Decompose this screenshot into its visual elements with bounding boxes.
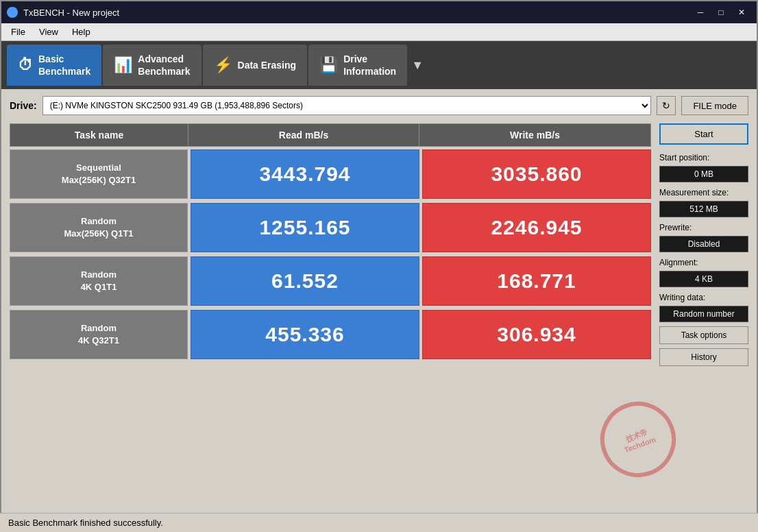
- status-text: Basic Benchmark finished successfully.: [8, 518, 163, 528]
- header-task-name: Task name: [10, 124, 188, 146]
- header-read: Read mB/s: [188, 124, 419, 146]
- title-bar-controls: ─ □ ✕: [691, 5, 751, 19]
- benchmark-table: Task name Read mB/s Write mB/s Sequentia…: [10, 123, 651, 366]
- window-title: TxBENCH - New project: [23, 8, 119, 18]
- title-bar-left: TxBENCH - New project: [7, 7, 119, 18]
- chart-icon: 📊: [114, 56, 132, 74]
- timer-icon: ⏱: [18, 56, 33, 74]
- row-3-read: 61.552: [191, 256, 419, 306]
- row-4-label: Random4K Q32T1: [10, 310, 188, 359]
- tab-drive-info[interactable]: 💾 DriveInformation: [308, 45, 407, 86]
- start-button[interactable]: Start: [659, 123, 748, 145]
- tab-drive-label: DriveInformation: [343, 53, 396, 77]
- title-bar: TxBENCH - New project ─ □ ✕: [1, 1, 757, 23]
- table-header: Task name Read mB/s Write mB/s: [10, 123, 651, 147]
- table-row: SequentialMax(256K) Q32T1 3443.794 3035.…: [10, 149, 651, 199]
- drive-label: Drive:: [10, 100, 37, 111]
- close-button[interactable]: ✕: [732, 5, 751, 19]
- tab-erase-label: Data Erasing: [238, 59, 297, 71]
- toolbar-chevron-icon[interactable]: ▼: [411, 58, 424, 73]
- table-row: Random4K Q1T1 61.552 168.771: [10, 256, 651, 306]
- row-2-write: 2246.945: [422, 203, 651, 252]
- file-mode-button[interactable]: FILE mode: [681, 96, 748, 115]
- prewrite-label: Prewrite:: [659, 223, 748, 232]
- status-bar: Basic Benchmark finished successfully.: [0, 513, 758, 532]
- tab-advanced-benchmark[interactable]: 📊 AdvancedBenchmark: [103, 45, 201, 86]
- menu-help[interactable]: Help: [66, 25, 96, 38]
- history-button[interactable]: History: [659, 348, 748, 366]
- row-1-label: SequentialMax(256K) Q32T1: [10, 149, 188, 199]
- side-panel: Start Start position: 0 MB Measurement s…: [659, 123, 748, 366]
- row-4-read: 455.336: [191, 310, 419, 359]
- tab-advanced-label: AdvancedBenchmark: [138, 53, 190, 77]
- main-area: Drive: (E:) NVMe KINGSTON SKC2500 931.49…: [1, 89, 757, 514]
- row-1-read: 3443.794: [191, 149, 419, 199]
- drive-refresh-button[interactable]: ↻: [657, 96, 676, 115]
- maximize-button[interactable]: □: [711, 5, 731, 19]
- menu-file[interactable]: File: [5, 25, 31, 38]
- app-icon: [7, 7, 18, 18]
- row-3-write: 168.771: [422, 256, 651, 306]
- task-options-button[interactable]: Task options: [659, 326, 748, 344]
- drive-icon: 💾: [319, 56, 338, 74]
- menu-bar: File View Help: [1, 23, 757, 41]
- table-row: RandomMax(256K) Q1T1 1255.165 2246.945: [10, 203, 651, 252]
- prewrite-value: Disabled: [659, 236, 748, 252]
- tab-basic-label: BasicBenchmark: [38, 53, 90, 77]
- menu-view[interactable]: View: [34, 25, 64, 38]
- writing-data-label: Writing data:: [659, 293, 748, 302]
- alignment-value: 4 KB: [659, 271, 748, 287]
- erase-icon: ⚡: [214, 56, 232, 74]
- alignment-label: Alignment:: [659, 258, 748, 267]
- measurement-size-value: 512 MB: [659, 201, 748, 217]
- measurement-size-label: Measurement size:: [659, 188, 748, 197]
- tab-data-erasing[interactable]: ⚡ Data Erasing: [203, 45, 308, 86]
- tab-basic-benchmark[interactable]: ⏱ BasicBenchmark: [7, 45, 101, 86]
- header-write: Write mB/s: [419, 124, 650, 146]
- row-4-write: 306.934: [422, 310, 651, 359]
- row-1-write: 3035.860: [422, 149, 651, 199]
- content-layout: Task name Read mB/s Write mB/s Sequentia…: [10, 123, 748, 366]
- drive-select[interactable]: (E:) NVMe KINGSTON SKC2500 931.49 GB (1,…: [42, 96, 652, 115]
- row-3-label: Random4K Q1T1: [10, 256, 188, 306]
- start-position-label: Start position:: [659, 153, 748, 162]
- row-2-label: RandomMax(256K) Q1T1: [10, 203, 188, 252]
- writing-data-value: Random number: [659, 306, 748, 322]
- table-row: Random4K Q32T1 455.336 306.934: [10, 310, 651, 359]
- start-position-value: 0 MB: [659, 166, 748, 182]
- minimize-button[interactable]: ─: [691, 5, 710, 19]
- toolbar: ⏱ BasicBenchmark 📊 AdvancedBenchmark ⚡ D…: [1, 41, 757, 89]
- drive-row: Drive: (E:) NVMe KINGSTON SKC2500 931.49…: [10, 96, 748, 115]
- row-2-read: 1255.165: [191, 203, 419, 252]
